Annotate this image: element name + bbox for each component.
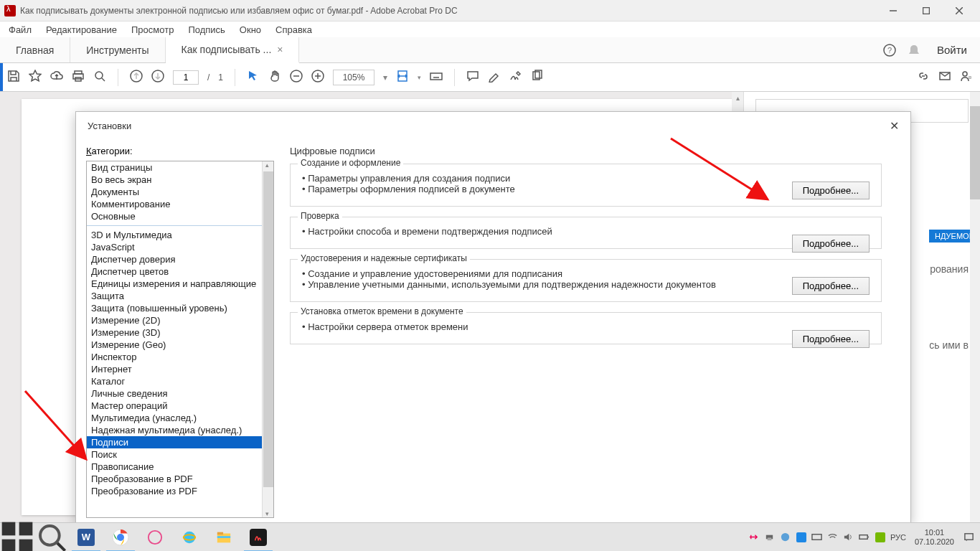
category-item[interactable]: Защита (повышенный уровень) — [87, 302, 273, 314]
category-item[interactable]: Интернет — [87, 363, 273, 375]
link-icon[interactable] — [917, 70, 930, 85]
star-icon[interactable] — [29, 70, 42, 85]
tray-clock[interactable]: 10:01 07.10.2020 — [915, 528, 954, 545]
mail-icon[interactable] — [938, 70, 951, 85]
fit-width-icon[interactable] — [396, 70, 409, 85]
taskbar-ie-icon[interactable] — [172, 523, 207, 552]
category-item[interactable]: Мультимедиа (унаслед.) — [87, 412, 273, 424]
tray-keyboard-icon[interactable] — [811, 532, 823, 543]
pointer-icon[interactable] — [247, 70, 260, 85]
cloud-icon[interactable] — [50, 70, 63, 85]
signin-button[interactable]: Войти — [937, 44, 967, 56]
category-item[interactable]: Измерение (2D) — [87, 314, 273, 326]
right-pane-scrollbar[interactable] — [970, 92, 980, 522]
category-item[interactable]: Личные сведения — [87, 387, 273, 400]
category-item[interactable]: Каталог — [87, 375, 273, 387]
keyboard-icon[interactable] — [430, 70, 443, 85]
menu-file[interactable]: Файл — [6, 23, 34, 37]
menu-help[interactable]: Справка — [273, 23, 315, 37]
tray-usb-icon[interactable] — [748, 532, 760, 543]
tray-language[interactable]: РУС — [890, 533, 906, 542]
dialog-close-icon[interactable]: ✕ — [890, 119, 899, 133]
start-button[interactable] — [0, 523, 34, 552]
search-icon[interactable] — [93, 70, 106, 85]
category-item[interactable]: JavaScript — [87, 241, 273, 253]
close-button[interactable] — [943, 0, 976, 22]
page-total: 1 — [218, 72, 223, 83]
menu-window[interactable]: Окно — [237, 23, 264, 37]
menu-view[interactable]: Просмотр — [128, 23, 176, 37]
taskbar-word-icon[interactable]: W — [69, 523, 103, 552]
taskbar-acrobat-icon[interactable] — [241, 523, 275, 552]
more-button[interactable]: Подробнее... — [792, 182, 870, 199]
stamp-icon[interactable] — [531, 70, 544, 85]
category-item[interactable]: Инспектор — [87, 351, 273, 363]
category-item[interactable]: Надежная мультимедиа (унаслед.) — [87, 424, 273, 436]
category-item[interactable]: Измерение (3D) — [87, 326, 273, 339]
fit-dropdown-icon[interactable]: ▾ — [418, 74, 421, 81]
tray-notifications-icon[interactable] — [963, 532, 974, 543]
category-item[interactable]: Вид страницы — [87, 161, 273, 174]
tab-home[interactable]: Главная — [0, 37, 70, 62]
zoom-value[interactable]: 105% — [333, 70, 374, 85]
share-user-icon[interactable] — [960, 70, 973, 85]
more-button[interactable]: Подробнее... — [792, 330, 870, 348]
tab-close-icon[interactable]: × — [277, 44, 283, 55]
categories-list[interactable]: Вид страницыВо весь экранДокументыКоммен… — [86, 161, 274, 518]
zoom-out-icon[interactable] — [290, 70, 303, 85]
category-item[interactable]: Преобразование из PDF — [87, 485, 273, 497]
svg-rect-7 — [73, 74, 83, 79]
tray-wifi-icon[interactable] — [827, 532, 839, 543]
minimize-button[interactable] — [877, 0, 910, 22]
categories-scrollbar[interactable] — [262, 161, 273, 517]
highlight-icon[interactable] — [488, 70, 501, 85]
taskbar-app1-icon[interactable] — [138, 523, 172, 552]
category-item[interactable]: Поиск — [87, 448, 273, 461]
tray-app-icon[interactable] — [796, 532, 807, 543]
menu-bar: Файл Редактирование Просмотр Подпись Окн… — [0, 22, 980, 37]
category-item[interactable]: Измерение (Geo) — [87, 339, 273, 351]
tab-document[interactable]: Как подписывать ... × — [166, 37, 300, 63]
category-item[interactable]: Основные — [87, 210, 273, 222]
menu-edit[interactable]: Редактирование — [43, 23, 120, 37]
taskbar-search-icon[interactable] — [34, 523, 69, 552]
tray-volume-icon[interactable] — [843, 532, 854, 543]
category-item[interactable]: Защита — [87, 290, 273, 302]
tray-shield-icon[interactable] — [780, 532, 791, 543]
save-icon[interactable] — [7, 70, 20, 85]
category-item[interactable]: 3D и Мультимедиа — [87, 229, 273, 241]
category-item[interactable]: Правописание — [87, 461, 273, 473]
group-item: Параметры оформления подписей в документ… — [302, 184, 870, 194]
comment-icon[interactable] — [466, 70, 479, 85]
print-icon[interactable] — [72, 70, 85, 85]
help-icon[interactable]: ? — [882, 43, 897, 57]
category-item[interactable]: Документы — [87, 186, 273, 198]
taskbar-chrome-icon[interactable] — [103, 523, 138, 552]
category-item[interactable]: Преобразование в PDF — [87, 473, 273, 485]
page-down-icon[interactable] — [151, 70, 164, 85]
tray-battery-icon[interactable] — [859, 532, 870, 543]
category-item[interactable]: Единицы измерения и направляющие — [87, 278, 273, 290]
zoom-dropdown-icon[interactable]: ▾ — [383, 72, 387, 83]
sign-icon[interactable] — [509, 70, 522, 85]
tab-tools[interactable]: Инструменты — [70, 37, 165, 62]
category-item[interactable]: Комментирование — [87, 198, 273, 210]
page-current-input[interactable] — [173, 70, 199, 85]
zoom-in-icon[interactable] — [311, 70, 324, 85]
bell-icon[interactable] — [907, 43, 921, 57]
tray-printer-icon[interactable] — [764, 532, 776, 543]
system-tray: РУС 10:01 07.10.2020 — [748, 528, 980, 545]
tray-nvidia-icon[interactable] — [875, 532, 886, 543]
category-item[interactable]: Подписи — [87, 436, 273, 448]
page-up-icon[interactable] — [130, 70, 143, 85]
category-item[interactable]: Диспетчер цветов — [87, 265, 273, 278]
hand-icon[interactable] — [268, 70, 281, 85]
maximize-button[interactable] — [910, 0, 943, 22]
more-button[interactable]: Подробнее... — [792, 235, 870, 253]
taskbar-explorer-icon[interactable] — [207, 523, 241, 552]
category-item[interactable]: Мастер операций — [87, 400, 273, 412]
category-item[interactable]: Во весь экран — [87, 174, 273, 186]
more-button[interactable]: Подробнее... — [792, 277, 870, 295]
category-item[interactable]: Диспетчер доверия — [87, 253, 273, 265]
menu-sign[interactable]: Подпись — [185, 23, 227, 37]
